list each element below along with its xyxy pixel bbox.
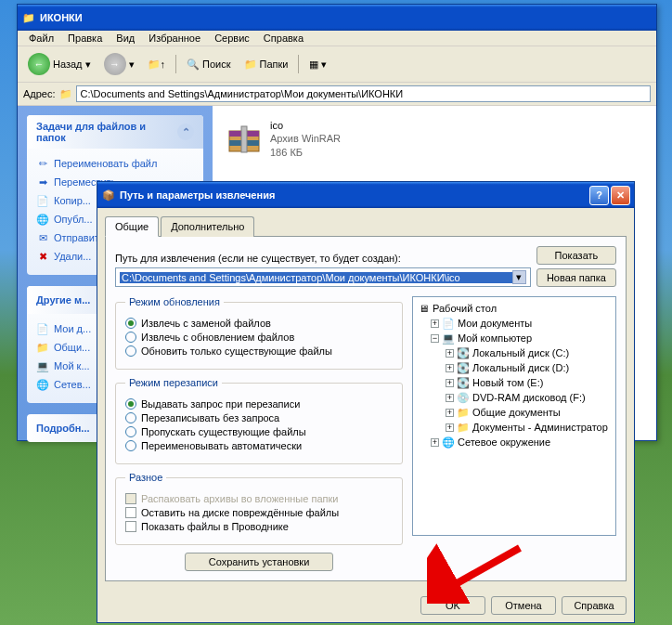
desktop-icon: 🖥 bbox=[417, 302, 430, 315]
explorer-title: ИКОНКИ bbox=[40, 12, 83, 23]
tab-advanced[interactable]: Дополнительно bbox=[161, 216, 254, 237]
drive-icon: 💽 bbox=[457, 346, 470, 359]
forward-icon: → bbox=[104, 53, 126, 75]
mydocs-icon: 📄 bbox=[442, 317, 455, 330]
newfolder-button[interactable]: Новая папка bbox=[536, 268, 616, 287]
drive-icon: 💽 bbox=[457, 376, 470, 389]
rename-icon: ✏ bbox=[36, 157, 49, 170]
expand-icon[interactable]: + bbox=[446, 409, 454, 417]
network-icon: 🌐 bbox=[442, 436, 455, 449]
up-button[interactable]: 📁↑ bbox=[143, 56, 171, 73]
path-value: C:\Documents and Settings\Администратор\… bbox=[120, 272, 512, 283]
folders-icon: 📁 bbox=[244, 59, 257, 71]
radio-skip[interactable]: Пропускать существующие файлы bbox=[125, 426, 393, 437]
collapse-icon[interactable]: − bbox=[431, 334, 439, 343]
expand-icon[interactable]: + bbox=[446, 394, 454, 402]
folder-icon: 📁 bbox=[457, 406, 470, 419]
radio-freshen[interactable]: Обновить только существующие файлы bbox=[125, 345, 393, 357]
menu-file[interactable]: Файл bbox=[23, 31, 59, 46]
file-name: ico bbox=[270, 119, 341, 132]
file-item[interactable]: ico Архив WinRAR 186 КБ bbox=[222, 115, 407, 163]
collapse-icon[interactable]: ⌃ bbox=[177, 124, 194, 140]
shared-icon: 📁 bbox=[36, 341, 49, 354]
menu-help[interactable]: Справка bbox=[258, 31, 309, 46]
radio-overwrite[interactable]: Перезаписывать без запроса bbox=[125, 412, 393, 423]
close-button[interactable]: ✕ bbox=[611, 186, 630, 205]
email-icon: ✉ bbox=[36, 231, 49, 244]
move-icon: ➡ bbox=[36, 176, 49, 189]
toolbar: ←Назад▾ →▾ 📁↑ 🔍Поиск 📁Папки ▦▾ bbox=[18, 46, 656, 83]
drive-icon: 💽 bbox=[457, 361, 470, 374]
dialog-title: Путь и параметры извлечения bbox=[120, 189, 275, 201]
mydocs-icon: 📄 bbox=[36, 322, 49, 335]
check-subfolders: Распаковать архивы во вложенные папки bbox=[125, 493, 393, 504]
update-mode-group: Режим обновления Извлечь с заменой файло… bbox=[115, 296, 403, 370]
computer-icon: 💻 bbox=[442, 332, 455, 345]
search-button[interactable]: 🔍Поиск bbox=[182, 56, 235, 73]
menu-edit[interactable]: Правка bbox=[62, 31, 108, 46]
copy-icon: 📄 bbox=[36, 194, 49, 207]
expand-icon[interactable]: + bbox=[446, 349, 454, 358]
publish-icon: 🌐 bbox=[36, 213, 49, 226]
details-title: Подробн... bbox=[36, 423, 90, 434]
addressbar: Адрес: 📁 bbox=[18, 83, 656, 106]
delete-icon: ✖ bbox=[36, 250, 49, 263]
menu-view[interactable]: Вид bbox=[110, 31, 140, 46]
save-settings-button[interactable]: Сохранить установки bbox=[185, 553, 333, 571]
chevron-down-icon: ▾ bbox=[321, 59, 327, 71]
folder-icon: 📁 bbox=[59, 88, 72, 100]
forward-button[interactable]: →▾ bbox=[99, 50, 139, 78]
path-input[interactable]: C:\Documents and Settings\Администратор\… bbox=[115, 267, 531, 287]
winrar-icon bbox=[226, 120, 263, 157]
task-rename[interactable]: ✏Переименовать файл bbox=[36, 154, 194, 173]
misc-group: Разное Распаковать архивы во вложенные п… bbox=[115, 472, 403, 545]
menu-favorites[interactable]: Избранное bbox=[143, 31, 206, 46]
back-button[interactable]: ←Назад▾ bbox=[23, 50, 96, 78]
other-title: Другие м... bbox=[36, 294, 90, 306]
folder-tree[interactable]: 🖥Рабочий стол +📄Мои документы −💻Мой комп… bbox=[412, 296, 616, 536]
expand-icon[interactable]: + bbox=[446, 379, 454, 387]
search-icon: 🔍 bbox=[187, 59, 200, 71]
address-input[interactable] bbox=[76, 85, 651, 102]
check-show-explorer[interactable]: Показать файлы в Проводнике bbox=[125, 521, 393, 532]
radio-ask[interactable]: Выдавать запрос при перезаписи bbox=[125, 398, 393, 410]
tab-general[interactable]: Общие bbox=[105, 216, 159, 237]
help-footer-button[interactable]: Справка bbox=[562, 596, 627, 615]
chevron-down-icon: ▾ bbox=[85, 59, 91, 71]
folder-icon: 📁 bbox=[21, 10, 36, 25]
tasks-title: Задачи для файлов и папок bbox=[36, 121, 177, 143]
dialog-titlebar: 📦 Путь и параметры извлечения ? ✕ bbox=[97, 182, 634, 208]
update-legend: Режим обновления bbox=[125, 296, 224, 307]
show-button[interactable]: Показать bbox=[536, 246, 616, 265]
winrar-icon: 📦 bbox=[101, 188, 116, 202]
radio-rename[interactable]: Переименовывать автоматически bbox=[125, 440, 393, 451]
folders-button[interactable]: 📁Папки bbox=[239, 56, 293, 73]
chevron-down-icon: ▾ bbox=[129, 59, 135, 71]
cancel-button[interactable]: Отмена bbox=[491, 596, 556, 615]
overwrite-mode-group: Режим перезаписи Выдавать запрос при пер… bbox=[115, 377, 403, 464]
folder-up-icon: 📁↑ bbox=[148, 59, 166, 71]
misc-legend: Разное bbox=[125, 472, 166, 483]
views-button[interactable]: ▦▾ bbox=[304, 56, 331, 73]
radio-extract-replace[interactable]: Извлечь с заменой файлов bbox=[125, 318, 393, 329]
address-label: Адрес: bbox=[23, 88, 56, 99]
dropdown-icon[interactable]: ▾ bbox=[512, 270, 526, 284]
check-keep-broken[interactable]: Оставить на диске повреждённые файлы bbox=[125, 507, 393, 518]
expand-icon[interactable]: + bbox=[431, 438, 439, 447]
expand-icon[interactable]: + bbox=[431, 319, 439, 328]
views-icon: ▦ bbox=[309, 59, 318, 71]
explorer-titlebar: 📁 ИКОНКИ bbox=[18, 5, 656, 31]
file-type: Архив WinRAR bbox=[270, 132, 341, 145]
expand-icon[interactable]: + bbox=[446, 423, 454, 432]
network-icon: 🌐 bbox=[36, 378, 49, 391]
svg-rect-3 bbox=[241, 126, 247, 152]
menu-tools[interactable]: Сервис bbox=[209, 31, 255, 46]
dvd-icon: 💿 bbox=[457, 391, 470, 404]
help-button[interactable]: ? bbox=[589, 186, 609, 205]
radio-extract-update[interactable]: Извлечь с обновлением файлов bbox=[125, 332, 393, 343]
expand-icon[interactable]: + bbox=[446, 364, 454, 372]
back-icon: ← bbox=[28, 53, 50, 75]
path-label: Путь для извлечения (если не существует,… bbox=[115, 253, 531, 264]
ok-button[interactable]: OK bbox=[420, 596, 485, 615]
folder-icon: 📁 bbox=[457, 421, 470, 434]
